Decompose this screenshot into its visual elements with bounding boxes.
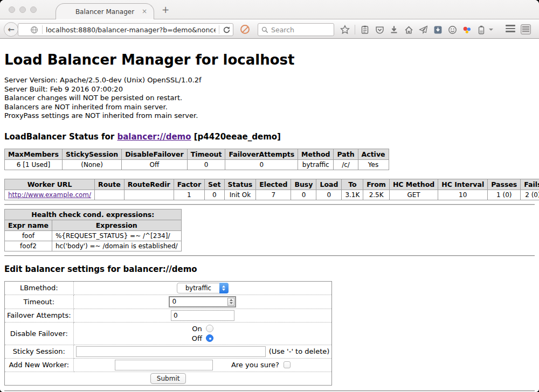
bookmark-star-icon[interactable]	[340, 25, 350, 34]
status-heading-prefix: LoadBalancer Status for	[4, 132, 117, 142]
timeout-label: Timeout:	[5, 295, 74, 309]
cell-failoverattempts: 0	[225, 159, 298, 170]
col-method: Method	[298, 149, 334, 159]
col-disablefailover: DisableFailover	[122, 149, 187, 159]
cell-timeout: 0	[187, 159, 225, 170]
col-route: Route	[95, 179, 125, 190]
server-version-line: Server Version: Apache/2.5.0-dev (Unix) …	[4, 76, 535, 85]
radio-off-label: Off	[192, 334, 202, 342]
feedback-smiley-icon[interactable]	[447, 25, 457, 34]
minimize-window-button[interactable]	[19, 6, 26, 13]
col-timeout: Timeout	[187, 149, 225, 159]
persist-notice-line: Balancer changes will NOT be persisted o…	[4, 94, 535, 103]
cell-expr-name: foof2	[5, 241, 52, 251]
new-tab-button[interactable]: +	[162, 4, 169, 15]
zoom-window-button[interactable]	[30, 6, 37, 13]
form-row-failover-attempts: Failover Attempts:	[5, 309, 332, 322]
urlbar-divider	[219, 25, 219, 34]
screenshot-extension-icon[interactable]	[521, 24, 531, 34]
globe-icon	[29, 25, 39, 34]
add-worker-input[interactable]	[115, 360, 213, 370]
failover-attempts-label: Failover Attempts:	[5, 309, 74, 322]
table-row: foof %{REQUEST_STATUS} =~ /^[234]/	[5, 230, 182, 241]
bottom-divider	[4, 390, 535, 391]
server-info: Server Version: Apache/2.5.0-dev (Unix) …	[4, 76, 535, 121]
toolbar-divider	[355, 25, 355, 34]
add-worker-label: Add New Worker:	[5, 358, 74, 372]
cell-stickysession: (None)	[62, 159, 121, 170]
reload-button[interactable]	[223, 26, 231, 34]
page-content: Load Balancer Manager for localhost Serv…	[0, 39, 539, 392]
table-row: 6 [1 Used] (None) Off 0 0 bytraffic /c/ …	[5, 159, 389, 170]
balancer-status-table: MaxMembers StickySession DisableFailover…	[4, 149, 389, 170]
cell-worker-url: http://www.example.com/	[5, 190, 95, 200]
cell-load: 0	[316, 190, 342, 200]
search-bar[interactable]: Search	[258, 23, 334, 36]
search-placeholder[interactable]: Search	[271, 26, 294, 34]
page-title: Load Balancer Manager for localhost	[4, 52, 535, 68]
form-row-submit: Submit	[5, 372, 332, 385]
col-hc-method: HC Method	[389, 179, 438, 190]
close-window-button[interactable]	[9, 6, 15, 13]
save-to-device-icon[interactable]	[433, 25, 443, 34]
table-header-row: MaxMembers StickySession DisableFailover…	[5, 149, 389, 159]
table-row: foof2 hc('body') =~ /domain is establish…	[5, 241, 182, 251]
form-row-lbmethod: LBmethod: bytraffic	[5, 281, 332, 295]
cell-route	[95, 190, 125, 200]
downloads-icon[interactable]	[389, 25, 399, 34]
health-table-title: Health check cond. expressions:	[5, 209, 182, 220]
table-header-row: Expr name Expression	[5, 220, 182, 230]
cell-path: /c/	[334, 159, 358, 170]
send-tab-icon[interactable]	[418, 25, 428, 34]
reading-list-icon[interactable]	[360, 25, 370, 34]
urlbar-divider	[42, 25, 43, 34]
disable-failover-on-radio[interactable]	[206, 325, 213, 332]
chevron-down-icon[interactable]	[489, 29, 493, 31]
radio-on-label: On	[192, 325, 202, 333]
col-load: Load	[316, 179, 342, 190]
back-button[interactable]: ←	[4, 22, 18, 37]
balancer-demo-link[interactable]: balancer://demo	[117, 132, 191, 142]
col-active: Active	[358, 149, 389, 159]
sticky-session-hint: (Use '-' to delete)	[266, 347, 330, 355]
search-icon	[261, 26, 268, 33]
cell-active: Yes	[358, 159, 389, 170]
url-bar[interactable]: localhost:8880/balancer-manager?b=demo&n…	[18, 23, 233, 36]
number-spinner-icon[interactable]	[227, 298, 234, 306]
col-elected: Elected	[256, 179, 291, 190]
url-text[interactable]: localhost:8880/balancer-manager?b=demo&n…	[46, 26, 216, 34]
lbmethod-select[interactable]: bytraffic	[177, 283, 229, 293]
pocket-icon[interactable]	[375, 25, 384, 34]
tab-bar: Balancer Manager × +	[0, 0, 539, 19]
section-divider	[4, 255, 535, 256]
battery-extension-icon[interactable]	[476, 25, 486, 34]
cell-hc-interval: 10	[438, 190, 488, 200]
tab-balancer-manager[interactable]: Balancer Manager ×	[56, 3, 154, 19]
are-you-sure-checkbox[interactable]	[284, 361, 291, 368]
cell-busy: 0	[291, 190, 316, 200]
browser-window: Balancer Manager × + ← localhost:8880/ba…	[0, 0, 539, 392]
disable-failover-label: Disable Failover:	[5, 322, 74, 345]
timeout-input[interactable]	[169, 296, 236, 307]
worker-url-link[interactable]: http://www.example.com/	[8, 191, 91, 199]
sticky-session-input[interactable]	[76, 346, 266, 357]
table-header-row: Health check cond. expressions:	[5, 209, 182, 220]
tab-close-icon[interactable]: ×	[142, 8, 147, 15]
failover-attempts-input[interactable]	[171, 310, 234, 321]
disable-failover-off-radio[interactable]	[206, 334, 213, 342]
col-hc-interval: HC Interval	[438, 179, 488, 190]
col-failoverattempts: FailoverAttempts	[225, 149, 298, 159]
loadbalancer-status-heading: LoadBalancer Status for balancer://demo …	[4, 132, 535, 142]
balancers-notice-line: Balancers are NOT inherited from main se…	[4, 103, 535, 112]
edit-settings-heading: Edit balancer settings for balancer://de…	[4, 264, 535, 274]
col-factor: Factor	[174, 179, 204, 190]
form-row-sticky-session: Sticky Session: (Use '-' to delete)	[5, 345, 332, 358]
cell-hc-method: GET	[389, 190, 438, 200]
cell-expression: hc('body') =~ /domain is established/	[52, 241, 181, 251]
home-icon[interactable]	[404, 25, 413, 34]
content-blocked-icon[interactable]	[240, 25, 250, 34]
menu-button[interactable]	[506, 25, 515, 32]
submit-button[interactable]: Submit	[150, 373, 186, 384]
lbmethod-label: LBmethod:	[5, 281, 74, 295]
extension-colored-dots-icon[interactable]	[462, 25, 472, 34]
